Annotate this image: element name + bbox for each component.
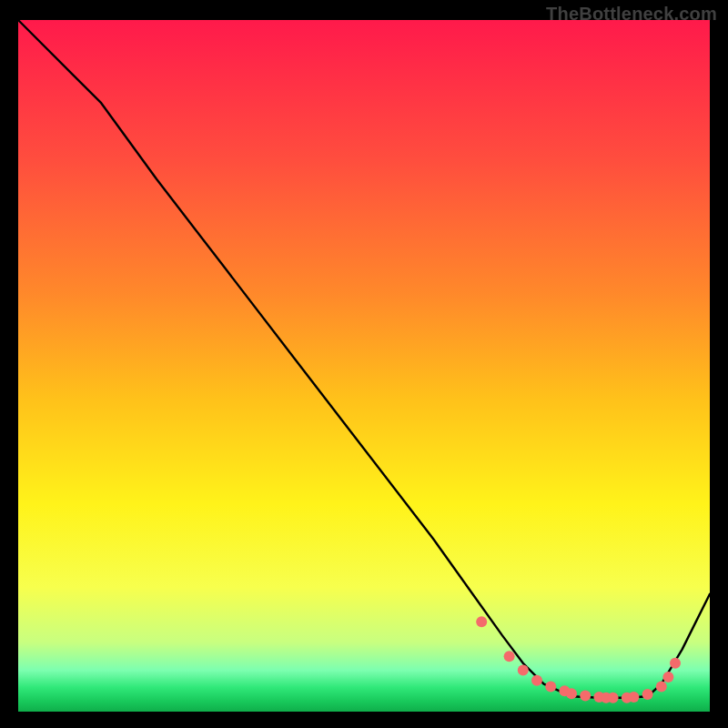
data-marker bbox=[670, 658, 681, 669]
data-marker bbox=[518, 664, 529, 675]
watermark-text: TheBottleneck.com bbox=[546, 4, 717, 25]
data-marker bbox=[656, 682, 667, 693]
data-marker bbox=[566, 688, 577, 699]
data-marker bbox=[504, 651, 515, 662]
data-marker bbox=[531, 675, 542, 686]
data-marker bbox=[476, 616, 487, 627]
data-marker bbox=[642, 689, 653, 700]
data-marker bbox=[662, 672, 673, 682]
data-marker bbox=[580, 691, 591, 702]
gradient-background bbox=[18, 20, 710, 712]
data-marker bbox=[608, 693, 619, 703]
chart-frame: { "watermark": "TheBottleneck.com", "cha… bbox=[0, 0, 728, 728]
data-marker bbox=[628, 692, 639, 703]
data-marker bbox=[545, 682, 556, 693]
bottleneck-chart bbox=[0, 0, 728, 728]
